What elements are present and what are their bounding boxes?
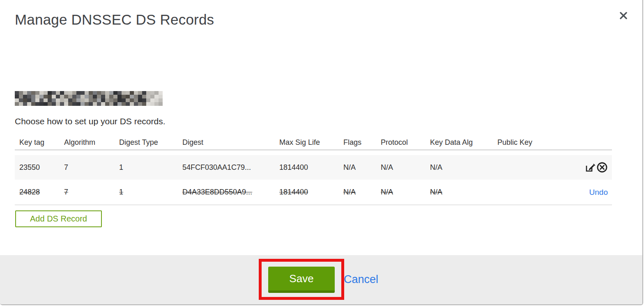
table-row-deleted: 24828 7 1 D4A33E8DD550A9... 1814400 N/A … (15, 180, 612, 205)
cell-actions (497, 162, 612, 173)
column-header-public-key: Public Key (497, 138, 612, 147)
close-icon (619, 11, 628, 20)
cell-actions: Undo (497, 188, 612, 197)
cell-flags: N/A (343, 188, 381, 196)
cell-algorithm: 7 (64, 188, 119, 196)
cell-protocol: N/A (381, 188, 430, 196)
cell-digest: 54FCF030AA1C79... (182, 163, 279, 172)
edit-icon (584, 162, 596, 173)
cell-key-data-alg: N/A (430, 163, 497, 172)
column-header-digest: Digest (182, 138, 279, 147)
delete-record-button[interactable] (596, 162, 608, 173)
column-header-algorithm: Algorithm (64, 138, 119, 147)
cell-key-data-alg: N/A (430, 188, 497, 196)
cell-flags: N/A (343, 163, 381, 172)
column-header-key-data-alg: Key Data Alg (430, 138, 497, 147)
column-header-protocol: Protocol (381, 138, 430, 147)
manage-dnssec-ds-records-dialog: Manage DNSSEC DS Records Choose how to s… (0, 0, 643, 305)
table-spacer (15, 150, 612, 155)
save-button[interactable]: Save (268, 267, 335, 293)
delete-x-circle-icon (596, 162, 608, 173)
table-row: 23550 7 1 54FCF030AA1C79... 1814400 N/A … (15, 155, 612, 180)
column-header-max-sig-life: Max Sig Life (279, 138, 343, 147)
cell-protocol: N/A (381, 163, 430, 172)
redacted-domain-name (15, 91, 163, 106)
column-header-key-tag: Key tag (15, 138, 64, 147)
cell-max-sig-life: 1814400 (279, 163, 343, 172)
cell-digest-type: 1 (119, 163, 182, 172)
ds-records-table: Key tag Algorithm Digest Type Digest Max… (15, 135, 612, 205)
cell-key-tag: 23550 (15, 163, 64, 172)
cell-max-sig-life: 1814400 (279, 188, 343, 196)
page-title: Manage DNSSEC DS Records (15, 11, 214, 28)
undo-delete-link[interactable]: Undo (589, 188, 608, 197)
cell-digest: D4A33E8DD550A9... (182, 188, 279, 196)
table-header-row: Key tag Algorithm Digest Type Digest Max… (15, 135, 612, 150)
instructions-text: Choose how to set up your DS records. (15, 116, 166, 126)
cell-digest-type: 1 (119, 188, 182, 196)
column-header-flags: Flags (343, 138, 381, 147)
cell-key-tag: 24828 (15, 188, 64, 196)
add-ds-record-button[interactable]: Add DS Record (15, 210, 102, 227)
cancel-link[interactable]: Cancel (344, 273, 378, 286)
close-button[interactable] (616, 8, 631, 23)
edit-record-button[interactable] (584, 162, 596, 173)
column-header-digest-type: Digest Type (119, 138, 182, 147)
cell-algorithm: 7 (64, 163, 119, 172)
